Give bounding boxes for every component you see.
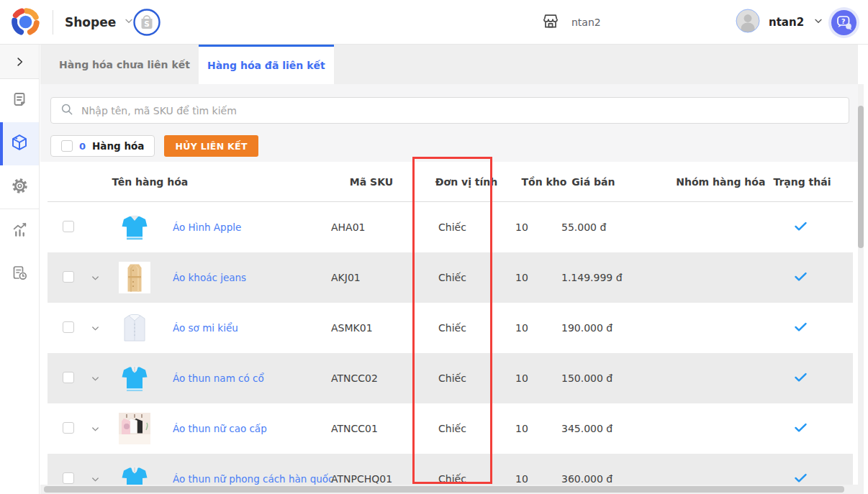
tab-label: Hàng hóa đã liên kết (207, 60, 325, 71)
product-image[interactable] (119, 312, 150, 344)
store-info: ntan2 (541, 0, 601, 45)
table-row: Áo thun nữ cao cấp ATNCC01 Chiếc 10 345.… (48, 403, 853, 454)
selected-label: Hàng hóa (92, 140, 144, 152)
sidebar-item-settings[interactable] (0, 165, 39, 209)
search-icon (60, 102, 74, 119)
product-unit: Chiếc (414, 423, 491, 434)
chevron-down-icon[interactable] (90, 373, 101, 384)
screen: Shopee S ntan2 (0, 0, 868, 494)
channel-selector[interactable]: Shopee (65, 0, 135, 45)
products-table: Tên hàng hóa Mã SKU Đơn vị tính Tồn kho … (40, 162, 858, 485)
product-price: 345.000 đ (553, 423, 669, 434)
user-menu[interactable]: ntan2 (736, 0, 824, 45)
table-row: Áo Hình Apple AHA01 Chiếc 10 55.000 đ (48, 202, 853, 252)
product-name-link[interactable]: Áo sơ mi kiểu (173, 322, 238, 334)
product-image[interactable] (119, 413, 150, 444)
search-input[interactable] (81, 105, 840, 116)
product-price: 150.000 đ (553, 372, 669, 384)
row-checkbox[interactable] (63, 472, 74, 484)
help-chat-button[interactable]: ? (828, 6, 860, 39)
product-name-link[interactable]: Áo Hình Apple (173, 221, 241, 233)
chevron-down-icon[interactable] (90, 323, 101, 334)
tab-bar: Hàng hóa chưa liên kết Hàng hóa đã liên … (40, 45, 858, 84)
product-sku: ATNCC02 (320, 372, 414, 384)
product-image[interactable] (119, 362, 150, 394)
row-checkbox[interactable] (63, 271, 74, 283)
product-stock: 10 (491, 423, 553, 434)
select-all-checkbox[interactable] (61, 140, 73, 152)
cube-icon (10, 133, 29, 155)
product-price: 1.149.999 đ (553, 272, 669, 283)
sidebar-expand-button[interactable] (0, 45, 39, 79)
app-header: Shopee S ntan2 (0, 0, 868, 45)
chevron-down-icon[interactable] (90, 273, 101, 283)
product-stock: 10 (491, 272, 553, 283)
row-checkbox[interactable] (63, 221, 74, 232)
product-image[interactable] (119, 211, 150, 243)
linked-check-icon (793, 224, 808, 236)
column-header-name: Tên hàng hóa (40, 176, 281, 188)
sidebar-item-orders[interactable] (0, 79, 39, 122)
selection-summary[interactable]: 0 Hàng hóa (50, 135, 155, 157)
channel-name: Shopee (65, 15, 116, 29)
table-row: Áo thun nữ phong cách hàn quốc ATNPCHQ01… (48, 454, 853, 485)
product-sku: AKJ01 (320, 272, 414, 283)
selected-count: 0 (79, 141, 86, 152)
unlink-button[interactable]: HỦY LIÊN KẾT (164, 135, 258, 157)
product-price: 360.000 đ (553, 473, 669, 485)
table-row: Áo sơ mi kiểu ASMK01 Chiếc 10 190.000 đ (48, 303, 853, 353)
product-unit: Chiếc (414, 221, 491, 233)
chevron-down-icon[interactable] (90, 424, 101, 434)
product-sku: AHA01 (320, 221, 414, 233)
chart-icon (11, 221, 29, 242)
product-stock: 10 (491, 372, 553, 384)
product-image[interactable] (119, 262, 150, 293)
product-image[interactable] (119, 463, 150, 485)
tab-linked-products[interactable]: Hàng hóa đã liên kết (199, 45, 334, 84)
sidebar-item-products[interactable] (0, 122, 39, 165)
product-stock: 10 (491, 473, 553, 485)
table-row: Áo thun nam có cổ ATNCC02 Chiếc 10 150.0… (48, 353, 853, 403)
product-name-link[interactable]: Áo thun nam có cổ (173, 372, 264, 384)
product-stock: 10 (491, 322, 553, 334)
sidebar-item-logs[interactable] (0, 252, 39, 296)
user-name: ntan2 (769, 16, 804, 29)
row-checkbox[interactable] (63, 372, 74, 383)
document-clock-icon (11, 264, 28, 284)
product-price: 55.000 đ (553, 221, 669, 233)
row-checkbox[interactable] (63, 422, 74, 434)
column-header-sku: Mã SKU (339, 176, 430, 188)
gear-icon (11, 177, 29, 198)
product-unit: Chiếc (414, 272, 491, 283)
product-name-link[interactable]: Áo khoác jeans (173, 272, 246, 283)
search-bar (50, 97, 849, 124)
vertical-scrollbar[interactable] (858, 84, 864, 494)
horizontal-scrollbar[interactable] (40, 485, 858, 494)
column-header-unit: Đơn vị tính (430, 176, 504, 188)
linked-check-icon (793, 325, 808, 337)
product-unit: Chiếc (414, 372, 491, 384)
product-stock: 10 (491, 221, 553, 233)
row-checkbox[interactable] (63, 321, 74, 333)
product-sku: ASMK01 (320, 322, 414, 334)
sidebar-item-reports[interactable] (0, 209, 39, 252)
avatar (736, 9, 760, 36)
shopee-bag-icon[interactable]: S (133, 9, 161, 36)
product-name-link[interactable]: Áo thun nữ phong cách hàn quốc (173, 473, 333, 485)
tab-unlinked-products[interactable]: Hàng hóa chưa liên kết (50, 45, 199, 84)
chevron-down-icon (813, 15, 824, 29)
column-header-status: Trạng thái (766, 176, 853, 188)
column-header-price: Giá bán (563, 176, 675, 188)
product-price: 190.000 đ (553, 322, 669, 334)
horizontal-scrollbar-thumb[interactable] (44, 486, 844, 493)
product-name-link[interactable]: Áo thun nữ cao cấp (173, 423, 267, 434)
toolbar: 0 Hàng hóa HỦY LIÊN KẾT (50, 135, 258, 157)
chevron-down-icon[interactable] (90, 474, 101, 485)
sidebar (0, 45, 40, 494)
vertical-scrollbar-thumb[interactable] (858, 106, 864, 248)
svg-text:S: S (144, 19, 150, 28)
linked-check-icon (793, 426, 808, 437)
app-logo-icon[interactable] (10, 6, 41, 37)
product-unit: Chiếc (414, 322, 491, 334)
document-icon (11, 91, 28, 111)
